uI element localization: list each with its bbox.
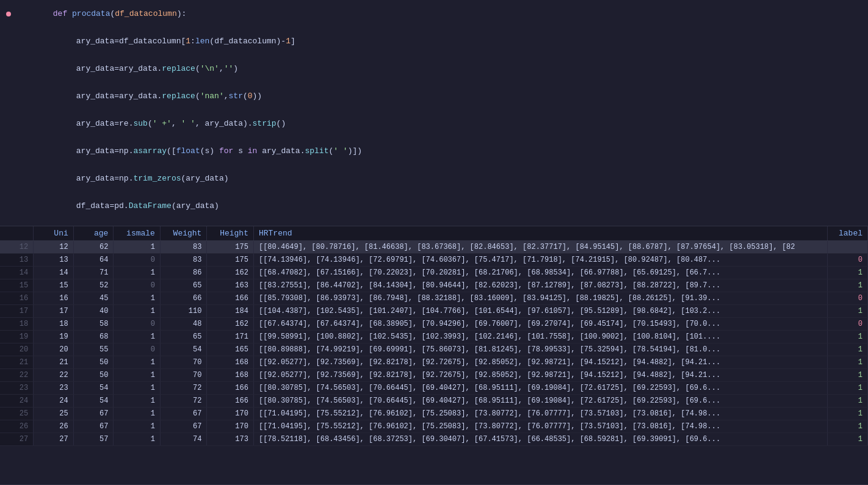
code-line-8: df_data=pd.DataFrame(ary_data) [0,192,868,220]
cell-height: 175 [207,254,254,267]
cell-height: 175 [207,241,254,254]
cell-uni: 13 [34,254,74,267]
cell-uni: 25 [34,408,74,420]
cell-age: 54 [73,395,114,408]
cell-uni: 15 [34,279,74,292]
cell-weight: 83 [160,254,207,267]
line-content-4: ary_data=ary_data.replace('nan',str(0)) [18,82,868,110]
cell-ismale: 1 [114,305,161,318]
cell-ismale: 1 [114,433,161,446]
col-header-label: label [828,226,868,241]
cell-idx: 15 [0,279,34,292]
cell-label: 1 [828,356,868,369]
cell-weight: 48 [160,318,207,331]
cell-weight: 67 [160,420,207,433]
cell-idx: 12 [0,241,34,254]
cell-hrtrend: [[83.27551], [86.44702], [84.14304], [80… [253,279,827,292]
code-line-1: def procdata(df_datacolumn): [0,0,868,27]
cell-weight: 70 [160,369,207,382]
table-row: 23 23 54 1 72 166 [[80.30785], [74.56503… [0,382,868,395]
cell-hrtrend: [[85.79308], [86.93973], [86.7948], [88.… [253,292,827,305]
cell-uni: 27 [34,433,74,446]
cell-age: 55 [73,343,114,356]
table-row: 22 22 50 1 70 168 [[92.05277], [92.73569… [0,369,868,382]
cell-hrtrend: [[80.4649], [80.78716], [81.46638], [83.… [253,241,827,254]
cell-weight: 54 [160,343,207,356]
cell-idx: 16 [0,292,34,305]
cell-height: 166 [207,382,254,395]
code-editor[interactable]: def procdata(df_datacolumn): ary_data=df… [0,0,868,226]
table-row: 15 15 52 0 65 163 [[83.27551], [86.44702… [0,279,868,292]
line-content-3: ary_data=ary_data.replace('\n','') [18,55,868,82]
cell-uni: 26 [34,420,74,433]
cell-idx: 23 [0,382,34,395]
cell-label: 1 [828,433,868,446]
cell-ismale: 1 [114,369,161,382]
cell-height: 163 [207,279,254,292]
cell-age: 62 [73,241,114,254]
cell-label: 1 [828,369,868,382]
cell-ismale: 1 [114,267,161,279]
cell-hrtrend: [[104.4387], [102.5435], [101.2407], [10… [253,305,827,318]
code-line-9: df_data.replace(to_replace=0, method='ff… [0,220,868,226]
data-table-area[interactable]: Uni age ismale Weight Height HRTrend lab… [0,226,868,485]
code-line-7: ary_data=np.trim_zeros(ary_data) [0,165,868,192]
cell-weight: 67 [160,408,207,420]
cell-hrtrend: [[67.64374], [67.64374], [68.38905], [70… [253,318,827,331]
cell-label: 1 [828,420,868,433]
cell-uni: 19 [34,331,74,343]
table-row: 18 18 58 0 48 162 [[67.64374], [67.64374… [0,318,868,331]
cell-label: 0 [828,254,868,267]
table-row: 20 20 55 0 54 165 [[80.89888], [74.99219… [0,343,868,356]
table-row: 14 14 71 1 86 162 [[68.47082], [67.15166… [0,267,868,279]
cell-idx: 27 [0,433,34,446]
line-content-9: df_data.replace(to_replace=0, method='ff… [18,220,868,226]
line-content-6: ary_data=np.asarray([float(s) for s in a… [18,137,868,165]
line-content-7: ary_data=np.trim_zeros(ary_data) [18,165,868,192]
cell-label: 1 [828,343,868,356]
cell-height: 166 [207,292,254,305]
cell-height: 170 [207,408,254,420]
cell-idx: 25 [0,408,34,420]
table-row: 25 25 67 1 67 170 [[71.04195], [75.55212… [0,408,868,420]
cell-age: 57 [73,433,114,446]
cell-idx: 13 [0,254,34,267]
cell-label: 1 [828,395,868,408]
code-line-4: ary_data=ary_data.replace('nan',str(0)) [0,82,868,110]
cell-uni: 21 [34,356,74,369]
table-row: 21 21 50 1 70 168 [[92.05277], [92.73569… [0,356,868,369]
cell-age: 64 [73,254,114,267]
cell-weight: 83 [160,241,207,254]
cell-hrtrend: [[80.30785], [74.56503], [70.66445], [69… [253,382,827,395]
cell-hrtrend: [[92.05277], [92.73569], [92.82178], [92… [253,369,827,382]
cell-hrtrend: [[80.89888], [74.99219], [69.69991], [75… [253,343,827,356]
cell-label: 1 [828,331,868,343]
code-line-6: ary_data=np.asarray([float(s) for s in a… [0,137,868,165]
cell-ismale: 1 [114,292,161,305]
cell-age: 68 [73,331,114,343]
cell-idx: 20 [0,343,34,356]
cell-weight: 65 [160,279,207,292]
cell-height: 168 [207,356,254,369]
cell-weight: 72 [160,382,207,395]
cell-height: 162 [207,318,254,331]
col-header-weight: Weight [160,226,207,241]
cell-idx: 18 [0,318,34,331]
cell-age: 50 [73,356,114,369]
cell-label: 1 [828,408,868,420]
cell-height: 184 [207,305,254,318]
line-number-1 [0,12,18,16]
col-header-ismale: ismale [114,226,161,241]
cell-idx: 26 [0,420,34,433]
cell-ismale: 0 [114,279,161,292]
table-row: 27 27 57 1 74 173 [[78.52118], [68.43456… [0,433,868,446]
cell-age: 54 [73,382,114,395]
cell-uni: 14 [34,267,74,279]
cell-age: 67 [73,420,114,433]
cell-ismale: 1 [114,241,161,254]
cell-weight: 65 [160,331,207,343]
cell-idx: 24 [0,395,34,408]
col-header-age: age [73,226,114,241]
cell-age: 45 [73,292,114,305]
table-scroll-area[interactable]: 12 12 62 1 83 175 [[80.4649], [80.78716]… [0,241,868,484]
